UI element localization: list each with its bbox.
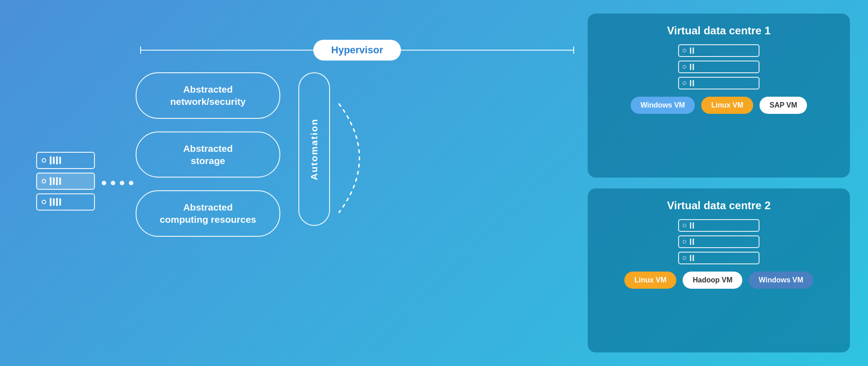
abstracted-network-pill: Abstractednetwork/security (136, 72, 280, 119)
vdc1-bar (693, 47, 694, 54)
vdc2-server-bars-2 (690, 239, 694, 245)
vdc2-server-dot-2 (683, 240, 686, 244)
server-bar (56, 177, 58, 185)
server-bar (50, 156, 52, 164)
automation-pill: Automation (298, 72, 330, 226)
vdc2-linux-vm: Linux VM (624, 272, 676, 289)
vdc1-server-bars-1 (690, 47, 694, 54)
dot-2 (111, 181, 115, 185)
server-dot-2 (42, 179, 46, 183)
automation-label: Automation (309, 118, 320, 180)
vdc2-server-2 (678, 235, 760, 248)
vdc1-server-bars-2 (690, 64, 694, 70)
dot-4 (129, 181, 133, 185)
vdc2-servers (602, 219, 835, 264)
vdc1-windows-vm: Windows VM (631, 97, 695, 114)
vdc2-server-bars-3 (690, 255, 694, 261)
vdc2-bar (693, 255, 694, 261)
vdc2-bar (693, 222, 694, 229)
server-bar (59, 157, 61, 164)
vdc2-server-bars-1 (690, 222, 694, 229)
vdc1-server-1 (678, 44, 760, 57)
abstracted-storage-pill: Abstractedstorage (136, 131, 280, 178)
vdc2-server-1 (678, 219, 760, 232)
vdc2-vms: Linux VM Hadoop VM Windows VM (602, 272, 835, 289)
vdc2-bar (693, 239, 694, 245)
vdc1-linux-vm-label: Linux VM (711, 101, 743, 109)
server-bars-1 (50, 156, 61, 164)
vdc1-sap-vm-label: SAP VM (769, 101, 797, 109)
server-bar (53, 157, 55, 164)
vdc1-linux-vm: Linux VM (701, 97, 753, 114)
dot-3 (120, 181, 124, 185)
vdc2-server-dot-1 (683, 224, 686, 227)
vdc2-bar (690, 222, 691, 229)
server-dot-3 (42, 200, 46, 204)
server-bars-2 (50, 177, 61, 185)
vdc1-servers (602, 44, 835, 89)
server-bar (59, 198, 61, 206)
hypervisor-label: Hypervisor (313, 40, 401, 61)
vdc2-title: Virtual data centre 2 (602, 199, 835, 212)
vdc1-sap-vm: SAP VM (760, 97, 807, 114)
vdc1-bar (690, 47, 691, 54)
vdc1-server-2 (678, 61, 760, 73)
vdc2-bar (690, 239, 691, 245)
server-bar (53, 198, 55, 206)
vdc1-server-3 (678, 77, 760, 89)
vdc1-bar (690, 80, 691, 86)
vdc1-bar (693, 64, 694, 70)
server-bars-3 (50, 198, 61, 206)
vdc-container: Virtual data centre 1 (588, 14, 850, 352)
server-unit-2 (36, 173, 95, 190)
server-unit-3 (36, 193, 95, 211)
abstracted-network-label: Abstractednetwork/security (170, 84, 246, 107)
server-bar (56, 198, 58, 206)
vdc1-server-dot-2 (683, 65, 686, 69)
vdc2-box: Virtual data centre 2 (588, 188, 850, 352)
server-bar (50, 198, 52, 206)
server-bar (50, 177, 52, 185)
server-rack (36, 152, 95, 214)
vdc1-windows-vm-label: Windows VM (641, 101, 685, 109)
hypervisor-container: Hypervisor (140, 40, 574, 61)
vdc1-box: Virtual data centre 1 (588, 14, 850, 178)
abstracted-storage-label: Abstractedstorage (183, 143, 233, 166)
vdc2-windows-vm-label: Windows VM (759, 276, 803, 284)
abstracted-computing-pill: Abstractedcomputing resources (136, 190, 280, 237)
vdc2-hadoop-vm: Hadoop VM (683, 272, 742, 289)
server-unit-1 (36, 152, 95, 169)
vdc1-server-bars-3 (690, 80, 694, 86)
abstracted-boxes: Abstractednetwork/security Abstractedsto… (136, 72, 280, 237)
vdc2-server-dot-3 (683, 256, 686, 260)
vdc1-bar (690, 64, 691, 70)
vdc1-bar (693, 80, 694, 86)
server-bar (59, 178, 61, 185)
vdc2-windows-vm: Windows VM (749, 272, 813, 289)
dot-1 (102, 181, 106, 185)
abstracted-computing-label: Abstractedcomputing resources (160, 202, 256, 225)
vdc1-server-dot-3 (683, 81, 686, 85)
vdc2-linux-vm-label: Linux VM (634, 276, 666, 284)
server-to-abstracted-dots (102, 181, 133, 185)
vdc1-server-dot-1 (683, 49, 686, 52)
dotted-curve-path (335, 90, 425, 226)
vdc1-vms: Windows VM Linux VM SAP VM (602, 97, 835, 114)
vdc1-title: Virtual data centre 1 (602, 24, 835, 37)
server-bar (56, 156, 58, 164)
main-diagram: Hypervisor Abstractednetwork/security Ab… (0, 0, 868, 366)
server-bar (53, 178, 55, 185)
vdc2-server-3 (678, 252, 760, 264)
vdc2-bar (690, 255, 691, 261)
vdc2-hadoop-vm-label: Hadoop VM (693, 276, 732, 284)
server-dot-1 (42, 158, 46, 163)
